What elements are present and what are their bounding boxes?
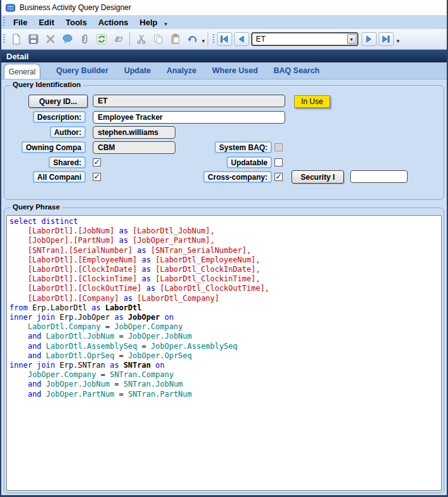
menu-tools[interactable]: Tools (60, 16, 93, 28)
menu-grip-handle[interactable] (3, 17, 5, 27)
menu-overflow-icon[interactable]: ▾ (165, 21, 168, 27)
cross-company-checkbox[interactable]: ✓ (274, 173, 283, 181)
toolbar: ▾ ET ▼ ▾ (1, 29, 447, 49)
memo-button[interactable] (59, 31, 76, 47)
paperclip-icon (78, 33, 91, 45)
cross-company-label: Cross-company: (203, 171, 272, 183)
previous-record-icon (237, 35, 245, 43)
new-document-icon (10, 33, 23, 45)
scissors-icon (135, 33, 148, 45)
query-identification-group: Query Identification Query ID... ET In U… (4, 85, 444, 200)
nav-grip-handle[interactable] (213, 34, 215, 44)
in-use-badge: In Use (294, 95, 330, 108)
query-phrase-group: Query Phrase select distinct [LaborDtl].… (4, 208, 444, 493)
author-field[interactable]: stephen.williams (93, 126, 175, 139)
attachment-button[interactable] (76, 31, 93, 47)
description-label: Description: (33, 111, 86, 123)
eraser-icon (112, 33, 125, 45)
nav-next-button[interactable] (362, 32, 377, 46)
system-baq-checkbox[interactable] (274, 143, 283, 151)
save-button[interactable] (25, 31, 42, 47)
nav-first-button[interactable] (217, 32, 232, 46)
refresh-button[interactable] (93, 31, 110, 47)
paste-button[interactable] (167, 31, 184, 47)
security-id-button[interactable]: Security I (292, 170, 344, 184)
query-id-field[interactable]: ET (93, 95, 285, 107)
toolbar-grip-handle[interactable] (3, 34, 5, 44)
last-record-icon (382, 35, 390, 43)
toolbar-separator (129, 32, 130, 46)
query-phrase-code[interactable]: select distinct [LaborDtl].[JobNum] as [… (6, 215, 442, 491)
combo-dropdown-icon[interactable]: ▼ (347, 34, 357, 44)
app-window: Business Activity Query Designer File Ed… (0, 0, 448, 497)
title-bar: Business Activity Query Designer (1, 0, 447, 15)
record-selector-combo[interactable]: ET ▼ (251, 32, 358, 46)
nav-last-button[interactable] (379, 32, 394, 46)
copy-icon (152, 33, 165, 45)
shared-label: Shared: (49, 156, 86, 168)
all-companies-label: All Compani (33, 171, 86, 183)
delete-x-icon (44, 33, 57, 45)
tab-update[interactable]: Update (124, 66, 151, 79)
clear-button[interactable] (110, 31, 127, 47)
updatable-label: Updatable (227, 156, 272, 168)
detail-banner: Detail (1, 49, 447, 62)
menu-bar: File Edit Tools Actions Help ▾ (1, 15, 447, 29)
tab-baq-search[interactable]: BAQ Search (274, 66, 320, 79)
menu-file[interactable]: File (8, 16, 33, 28)
cut-button[interactable] (133, 31, 150, 47)
app-icon (6, 3, 15, 13)
system-baq-label: System BAQ: (215, 141, 272, 153)
menu-help[interactable]: Help (134, 16, 163, 28)
tab-analyze[interactable]: Analyze (167, 66, 196, 79)
tab-where-used[interactable]: Where Used (212, 66, 257, 79)
query-phrase-title: Query Phrase (10, 203, 62, 211)
tab-query-builder[interactable]: Query Builder (56, 66, 109, 79)
comment-bubble-icon (61, 33, 74, 45)
undo-arrow-icon (186, 33, 199, 45)
shared-checkbox[interactable]: ✓ (93, 158, 101, 167)
refresh-icon (95, 33, 108, 45)
next-record-icon (365, 35, 373, 43)
owning-company-label: Owning Compa (21, 141, 86, 153)
delete-button[interactable] (42, 31, 59, 47)
record-selector-value: ET (256, 35, 266, 44)
nav-overflow-icon[interactable]: ▾ (397, 38, 400, 44)
owning-company-field[interactable]: CBM (93, 141, 175, 154)
author-label: Author: (50, 126, 86, 138)
tab-strip: General Query Builder Update Analyze Whe… (1, 62, 447, 79)
toolbar-separator (208, 32, 208, 46)
tab-general[interactable]: General (4, 64, 40, 79)
window-title: Business Activity Query Designer (20, 3, 131, 12)
toolbar-overflow-icon[interactable]: ▾ (202, 38, 205, 44)
query-identification-title: Query Identification (10, 81, 83, 88)
menu-actions[interactable]: Actions (93, 16, 134, 28)
copy-button[interactable] (150, 31, 167, 47)
updatable-checkbox[interactable] (274, 158, 283, 167)
menu-edit[interactable]: Edit (33, 16, 60, 28)
undo-button[interactable] (184, 31, 201, 47)
detail-banner-title: Detail (6, 52, 28, 61)
first-record-icon (220, 35, 228, 43)
query-id-button[interactable]: Query ID... (28, 95, 88, 108)
all-companies-checkbox[interactable]: ✓ (93, 173, 101, 181)
security-id-field[interactable] (350, 170, 408, 183)
general-tab-panel: Query Identification Query ID... ET In U… (1, 79, 447, 495)
new-button[interactable] (8, 31, 25, 47)
description-field[interactable]: Employee Tracker (93, 111, 285, 124)
clipboard-paste-icon (169, 33, 182, 45)
save-icon (27, 33, 40, 45)
nav-previous-button[interactable] (234, 32, 249, 46)
